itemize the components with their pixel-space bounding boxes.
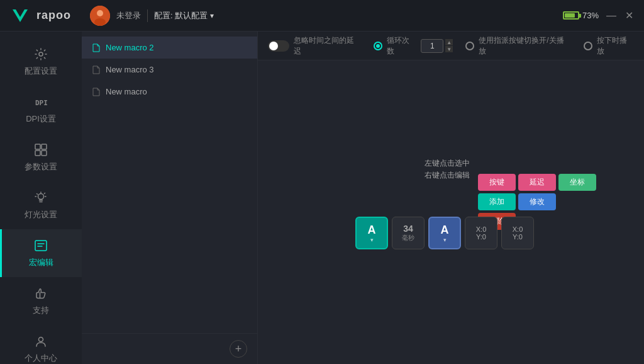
sidebar-profile-label: 个人中心 bbox=[25, 353, 57, 364]
svg-point-3 bbox=[94, 18, 106, 26]
hold-play-radio-group: 按下时播放 bbox=[584, 35, 634, 57]
config-label: 配置: 默认配置 bbox=[154, 10, 208, 21]
hold-play-radio[interactable] bbox=[584, 42, 592, 50]
battery-info: 73% bbox=[563, 11, 599, 20]
title-bar-left: rapoo 未登录 配置: 默认配置 ▾ bbox=[10, 6, 214, 26]
ignore-delay-toggle-group: 忽略时间之间的延迟 bbox=[268, 35, 361, 57]
key-item-5-x: X:0 bbox=[513, 225, 523, 233]
svg-marker-0 bbox=[13, 9, 28, 22]
minimize-button[interactable]: — bbox=[606, 11, 616, 21]
svg-point-4 bbox=[39, 52, 43, 56]
context-hint-area: 左键点击选中 右键点击编辑 bbox=[425, 158, 470, 186]
assign-key-radio[interactable] bbox=[465, 42, 474, 50]
ignore-delay-toggle[interactable] bbox=[268, 40, 289, 52]
config-selector[interactable]: 配置: 默认配置 ▾ bbox=[154, 10, 214, 21]
key-item-2-num: 34 bbox=[403, 224, 413, 234]
sidebar-macro-label: 宏编辑 bbox=[29, 257, 53, 268]
key-item-1-arrow: ▾ bbox=[370, 237, 374, 243]
svg-point-20 bbox=[39, 338, 43, 342]
sidebar-params-label: 参数设置 bbox=[25, 161, 57, 173]
context-hint-line2: 右键点击编辑 bbox=[425, 170, 470, 181]
title-bar-right: 73% — ✕ bbox=[563, 11, 634, 21]
assign-key-label: 使用指派按键切换开/关播放 bbox=[479, 35, 570, 57]
ignore-delay-label: 忽略时间之间的延迟 bbox=[294, 35, 361, 57]
key-item-5-y: Y:0 bbox=[513, 233, 523, 241]
sidebar-item-dpi[interactable]: DPI DPI设置 bbox=[0, 86, 82, 134]
key-item-3-char: A bbox=[441, 224, 449, 237]
popup-modify-button[interactable]: 修改 bbox=[518, 193, 556, 210]
dpi-icon: DPI bbox=[33, 94, 48, 110]
user-section: 未登录 配置: 默认配置 ▾ bbox=[90, 6, 214, 26]
sidebar-item-params[interactable]: 参数设置 bbox=[0, 134, 82, 181]
close-button[interactable]: ✕ bbox=[624, 11, 634, 21]
loop-count-input[interactable] bbox=[421, 39, 443, 53]
logo-rapoo-text: rapoo bbox=[36, 9, 71, 22]
key-item-5[interactable]: X:0 Y:0 bbox=[501, 217, 534, 249]
add-macro-button[interactable]: + bbox=[230, 340, 247, 358]
sidebar-item-config[interactable]: 配置设置 bbox=[0, 38, 82, 86]
macro-list: New macro 2 New macro 3 New macro bbox=[82, 31, 257, 333]
loop-count-decrement[interactable]: ▼ bbox=[445, 46, 453, 52]
avatar bbox=[90, 6, 110, 26]
macro-list-item-1[interactable]: New macro 2 bbox=[82, 37, 257, 59]
sidebar-item-profile[interactable]: 个人中心 bbox=[0, 325, 82, 364]
thumb-icon bbox=[33, 286, 48, 301]
macro-list-item-3[interactable]: New macro bbox=[82, 81, 257, 103]
context-hint-line1: 左键点击选中 bbox=[425, 158, 470, 169]
svg-point-2 bbox=[97, 10, 103, 16]
key-item-2-unit: 毫秒 bbox=[402, 234, 414, 242]
macro-list-item-2[interactable]: New macro 3 bbox=[82, 59, 257, 81]
svg-line-12 bbox=[37, 194, 38, 195]
popup-key-button[interactable]: 按键 bbox=[478, 174, 516, 191]
loop-count-label: 循环次数 bbox=[387, 35, 416, 57]
loop-mode-radio-group: 循环次数 ▲ ▼ bbox=[374, 35, 453, 57]
gear-icon bbox=[33, 47, 48, 62]
sidebar-light-label: 灯光设置 bbox=[25, 209, 57, 220]
key-item-1-char: A bbox=[368, 224, 376, 237]
active-bar bbox=[0, 229, 2, 277]
key-item-2[interactable]: 34 毫秒 bbox=[392, 217, 425, 249]
svg-rect-9 bbox=[42, 151, 47, 156]
bulb-icon bbox=[33, 190, 48, 205]
assign-key-radio-group: 使用指派按键切换开/关播放 bbox=[465, 35, 570, 57]
sidebar-config-label: 配置设置 bbox=[25, 65, 57, 77]
loop-count-radio[interactable] bbox=[374, 42, 382, 50]
svg-rect-16 bbox=[35, 241, 47, 251]
macro-editor-panel: 忽略时间之间的延迟 循环次数 ▲ ▼ 使用指派按键切换开/关播放 按下时 bbox=[258, 31, 644, 364]
user-status-text: 未登录 bbox=[116, 10, 141, 21]
document-icon bbox=[92, 43, 101, 52]
sidebar-dpi-label: DPI设置 bbox=[26, 113, 56, 125]
svg-rect-7 bbox=[42, 144, 47, 149]
svg-rect-6 bbox=[35, 144, 40, 149]
person-icon bbox=[33, 334, 48, 349]
svg-text:DPI: DPI bbox=[35, 99, 48, 107]
macro-icon bbox=[33, 238, 48, 253]
sidebar-item-light[interactable]: 灯光设置 bbox=[0, 181, 82, 229]
title-bar: rapoo 未登录 配置: 默认配置 ▾ 73% — bbox=[0, 0, 644, 31]
popup-row-1: 按键 延迟 坐标 bbox=[478, 174, 596, 191]
divider bbox=[147, 9, 148, 22]
key-item-1[interactable]: A ▾ bbox=[355, 217, 388, 249]
battery-fill bbox=[565, 13, 575, 18]
popup-delay-button[interactable]: 延迟 bbox=[518, 174, 556, 191]
key-item-4[interactable]: X:0 Y:0 bbox=[465, 217, 497, 249]
loop-count-increment[interactable]: ▲ bbox=[445, 39, 453, 45]
macro-item-name-2: New macro 3 bbox=[106, 65, 154, 74]
macro-item-name-1: New macro 2 bbox=[106, 43, 154, 52]
grid-icon bbox=[33, 142, 48, 157]
popup-add-button[interactable]: 添加 bbox=[478, 193, 516, 210]
key-item-3[interactable]: A ▾ bbox=[428, 217, 461, 249]
editor-canvas: 左键点击选中 右键点击编辑 按键 延迟 坐标 添加 修改 bbox=[258, 60, 644, 364]
svg-rect-8 bbox=[35, 151, 40, 156]
loop-count-spinner: ▲ ▼ bbox=[445, 39, 453, 52]
key-items-row: A ▾ 34 毫秒 A ▾ X:0 Y:0 bbox=[355, 217, 534, 249]
sidebar-item-support[interactable]: 支持 bbox=[0, 277, 82, 325]
sidebar-support-label: 支持 bbox=[33, 305, 49, 316]
chevron-down-icon: ▾ bbox=[210, 11, 214, 20]
logo-v-icon bbox=[10, 6, 30, 26]
sidebar-item-macro[interactable]: 宏编辑 bbox=[0, 229, 82, 277]
macro-item-name-3: New macro bbox=[106, 87, 147, 96]
toggle-knob bbox=[269, 42, 278, 50]
macro-list-footer: + bbox=[82, 333, 257, 364]
popup-coord-button[interactable]: 坐标 bbox=[558, 174, 596, 191]
